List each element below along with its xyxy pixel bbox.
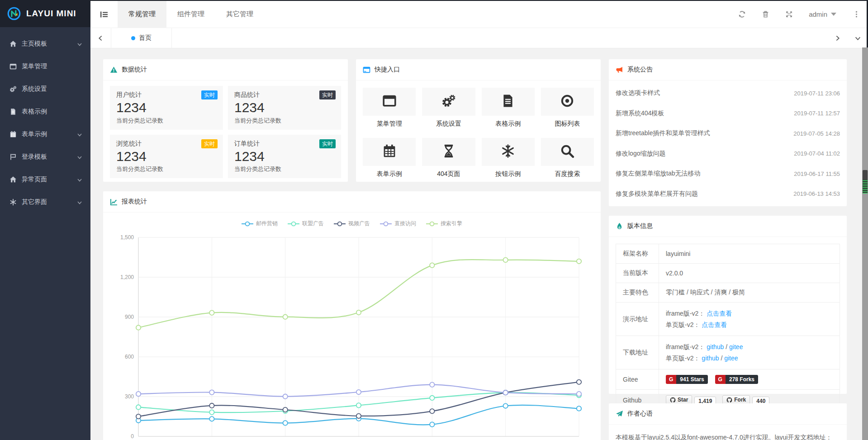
tabs-scroll-left-button[interactable]	[90, 28, 111, 48]
legend-marker-icon	[242, 221, 253, 227]
dot-circle-icon	[560, 94, 574, 110]
quick-form-demo[interactable]: 表单示例	[363, 138, 416, 178]
fullscreen-button[interactable]	[777, 1, 801, 28]
notice-item[interactable]: 修改选项卡样式 2019-07-11 23:06	[616, 83, 840, 104]
sidebar-item-system-settings[interactable]: 系统设置	[0, 78, 90, 100]
download-link-github[interactable]: github	[707, 343, 724, 350]
chevron-down-icon	[77, 132, 82, 137]
sidebar-item-home-template[interactable]: 主页模板	[0, 33, 90, 55]
refresh-button[interactable]	[730, 1, 754, 28]
sidebar: LAYUI MINI 主页模板 菜单管理 系统设置 表格示例 表单示例 登录模板	[0, 0, 90, 440]
panel-title: 快捷入口	[375, 66, 400, 74]
version-table: 框架名称layuimini 当前版本v2.0.0 主要特色零门槛 / 响应式 /…	[616, 244, 840, 412]
panel-report-chart: 报表统计 邮件营销联盟广告视频广告直接访问搜索引擎 03006009001,20…	[103, 191, 601, 440]
window-blue-icon	[363, 66, 370, 74]
sidebar-item-menu-manage[interactable]: 菜单管理	[0, 55, 90, 78]
legend-marker-icon	[380, 221, 392, 227]
refresh-icon	[738, 10, 746, 18]
gitee-stars-badge[interactable]: G941 Stars	[666, 375, 708, 384]
caret-down-icon	[831, 13, 836, 16]
panel-system-notice: 系统公告 修改选项卡样式 2019-07-11 23:06 新增系统404模板 …	[609, 59, 847, 206]
header-tab-other[interactable]: 其它管理	[215, 1, 264, 28]
gitee-forks-badge[interactable]: G278 Forks	[715, 375, 758, 384]
search-icon	[560, 144, 574, 160]
layui-mini-logo-icon	[6, 6, 22, 21]
page-scrollbar-track[interactable]	[862, 47, 868, 440]
sidebar-item-form-demo[interactable]: 表单示例	[0, 123, 90, 146]
quick-icon-list[interactable]: 图标列表	[541, 88, 594, 128]
svg-text:900: 900	[125, 314, 134, 320]
panel-author-words: 作者心语 本模板基于layui2.5.4以及font-awesome-4.7.0…	[609, 403, 847, 440]
chevron-down-icon	[77, 177, 82, 182]
gears-icon	[441, 94, 456, 110]
github-star-button[interactable]: Star	[666, 395, 692, 404]
sidebar-item-login-template[interactable]: 登录模板	[0, 146, 90, 168]
quick-menu-manage[interactable]: 菜单管理	[363, 88, 416, 128]
notice-item[interactable]: 修改logo缩放问题 2019-07-04 11:02	[616, 144, 840, 164]
quick-404-page[interactable]: 404页面	[422, 138, 475, 178]
notice-item[interactable]: 修复左侧菜单缩放tab无法移动 2019-06-17 11:55	[616, 164, 840, 184]
download-link-gitee[interactable]: gitee	[724, 355, 738, 362]
stat-goods: 商品统计 1234 当前分类总记录数 实时	[228, 86, 341, 130]
svg-text:0: 0	[131, 433, 134, 440]
demo-link-spa[interactable]: 点击查看	[702, 321, 727, 328]
warning-triangle-icon	[110, 66, 118, 74]
hamburger-icon	[100, 10, 109, 19]
chevron-down-icon	[77, 199, 82, 205]
paper-plane-icon	[616, 410, 623, 418]
tabs-dropdown-button[interactable]	[848, 28, 868, 48]
sidebar-item-table-demo[interactable]: 表格示例	[0, 100, 90, 123]
notice-item[interactable]: 新增treetable插件和菜单管理样式 2019-07-05 14:28	[616, 123, 840, 144]
notice-item[interactable]: 修复多模块菜单栏展开有问题 2019-06-13 14:53	[616, 184, 840, 204]
sidebar-item-error-pages[interactable]: 异常页面	[0, 168, 90, 191]
legend-item[interactable]: 邮件营销	[242, 220, 278, 227]
home-icon	[9, 175, 17, 184]
tabs-scroll-right-button[interactable]	[827, 28, 848, 48]
github-fork-button[interactable]: Fork	[722, 395, 750, 404]
logo[interactable]: LAYUI MINI	[0, 0, 90, 27]
report-line-chart: 03006009001,2001,500周一周二周三周四周五周六周日	[112, 229, 592, 440]
download-link-gitee[interactable]: gitee	[729, 343, 743, 350]
tab-home[interactable]: 首页	[111, 28, 172, 48]
panel-data-stats: 数据统计 用户统计 1234 当前分类总记录数 实时 商品统计 1234 当前分…	[103, 59, 348, 182]
legend-item[interactable]: 搜索引擎	[426, 220, 462, 227]
panel-title: 系统公告	[627, 66, 653, 74]
quick-system-settings[interactable]: 系统设置	[422, 88, 475, 128]
github-icon	[726, 397, 732, 403]
page-tabbar: 首页	[90, 28, 868, 48]
status-badge: 实时	[319, 90, 336, 99]
more-actions-button[interactable]	[844, 1, 868, 28]
quick-table-demo[interactable]: 表格示例	[482, 88, 535, 128]
status-badge: 实时	[319, 139, 336, 148]
clear-cache-button[interactable]	[754, 1, 777, 28]
stat-orders: 订单统计 1234 当前分类总记录数 实时	[228, 135, 341, 179]
stat-views: 浏览统计 1234 当前分类总记录数 实时	[110, 135, 223, 179]
quick-button-demo[interactable]: 按钮示例	[482, 138, 535, 178]
vertical-dots-icon	[853, 10, 860, 18]
legend-marker-icon	[426, 221, 438, 227]
page-scrollbar-thumb[interactable]	[863, 170, 868, 194]
demo-link-iframe[interactable]: 点击查看	[707, 310, 732, 317]
legend-item[interactable]: 联盟广告	[288, 220, 324, 227]
quick-baidu-search[interactable]: 百度搜索	[541, 138, 594, 178]
panel-title: 作者心语	[627, 410, 653, 418]
collapse-sidebar-button[interactable]	[90, 1, 118, 28]
stat-users: 用户统计 1234 当前分类总记录数 实时	[110, 86, 223, 130]
chevron-right-icon	[835, 35, 840, 41]
legend-item[interactable]: 直接访问	[380, 220, 416, 227]
calendar-icon	[9, 130, 17, 138]
download-link-github[interactable]: github	[702, 355, 719, 362]
legend-item[interactable]: 视频广告	[334, 220, 370, 227]
fire-icon	[616, 222, 623, 230]
bullhorn-icon	[616, 66, 623, 74]
top-header: 常规管理 组件管理 其它管理	[90, 1, 868, 28]
app-title: LAYUI MINI	[26, 9, 76, 19]
header-tab-components[interactable]: 组件管理	[166, 1, 215, 28]
notice-item[interactable]: 新增系统404模板 2019-07-11 12:57	[616, 104, 840, 124]
svg-text:300: 300	[125, 393, 134, 400]
panel-title: 版本信息	[627, 222, 653, 230]
asterisk-icon	[9, 198, 17, 206]
header-tab-general[interactable]: 常规管理	[118, 1, 166, 28]
sidebar-item-other-ui[interactable]: 其它界面	[0, 191, 90, 213]
user-menu[interactable]: admin	[801, 1, 844, 28]
